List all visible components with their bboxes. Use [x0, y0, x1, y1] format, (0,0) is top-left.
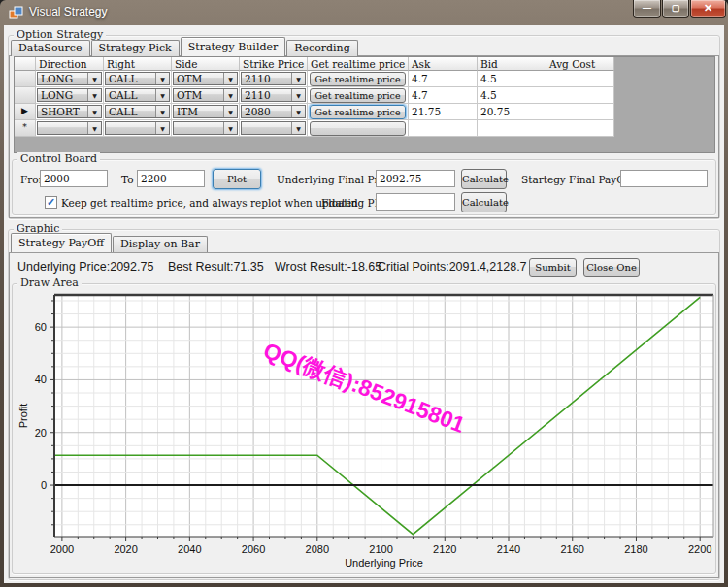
direction-select-row3[interactable]: SHORT▼: [37, 105, 102, 118]
right-select-row2[interactable]: CALL▼: [105, 88, 170, 102]
column-header-get-realtime-price[interactable]: Get realtime price: [308, 57, 409, 71]
direction-select-row1[interactable]: LONG▼: [37, 72, 102, 85]
strike-select-row3[interactable]: 2080▼: [241, 105, 306, 118]
underlying-final-price-input[interactable]: [376, 170, 455, 187]
option-strategy-tabs: DataSourceStrategy PickStrategy BuilderR…: [11, 37, 359, 56]
close-button[interactable]: ✕: [690, 0, 726, 18]
get-realtime-price-button-row3[interactable]: Get realtime price: [310, 105, 406, 119]
chevron-down-icon: ▼: [223, 89, 237, 101]
svg-text:2180: 2180: [624, 543, 647, 555]
best-result: Best Result:71.35: [168, 260, 264, 274]
underlying-price-result: Underlying Price:2092.75: [17, 260, 153, 274]
from-input[interactable]: [40, 170, 108, 187]
svg-text:2120: 2120: [433, 543, 456, 555]
plot-button[interactable]: Plot: [213, 169, 261, 189]
right-cell-row2: CALL▼: [104, 87, 172, 104]
column-header-direction[interactable]: Direction: [36, 57, 104, 71]
strike-cell-row3: 2080▼: [240, 104, 308, 120]
to-input[interactable]: [137, 170, 205, 187]
side-cell-row1: OTM▼: [172, 71, 240, 87]
column-header-right[interactable]: Right: [104, 57, 172, 71]
right-cell-row3: CALL▼: [104, 104, 172, 120]
submit-button[interactable]: Sumbit: [529, 258, 577, 277]
column-header-side[interactable]: Side: [172, 57, 240, 71]
side-cell-row3: ITM▼: [172, 104, 240, 120]
side-value: OTM: [177, 73, 202, 85]
tab-display-on-bar[interactable]: Display on Bar: [113, 236, 208, 252]
calculate-price-button[interactable]: Calculate: [461, 169, 507, 189]
get-realtime-price-cell-row4: [308, 120, 409, 137]
get-realtime-price-cell-row3: Get realtime price: [308, 104, 409, 120]
svg-text:20: 20: [35, 427, 47, 439]
direction-select-row4[interactable]: ▼: [37, 121, 102, 135]
worst-result: Wrost Result:-18.65: [275, 260, 381, 274]
bid-cell-row2: 4.5: [478, 87, 546, 104]
side-cell-row2: OTM▼: [172, 87, 240, 104]
row-header-1[interactable]: [15, 71, 36, 87]
strategy-final-payoff-label: Startegy Final PayOff:: [521, 174, 636, 185]
payoff-chart: 2000202020402060208021002120214021602180…: [14, 289, 716, 571]
side-select-row2[interactable]: OTM▼: [173, 88, 238, 102]
column-header-row-selector[interactable]: [15, 57, 36, 71]
row-header-4[interactable]: *: [15, 120, 36, 137]
svg-text:60: 60: [35, 321, 47, 333]
get-realtime-price-cell-row1: Get realtime price: [308, 71, 409, 87]
close-one-button[interactable]: Close One: [583, 258, 640, 277]
get-realtime-price-button-row1[interactable]: Get realtime price: [310, 72, 406, 86]
get-realtime-price-button-row2[interactable]: Get realtime price: [310, 88, 406, 103]
side-select-row1[interactable]: OTM▼: [173, 72, 238, 85]
svg-text:2080: 2080: [306, 543, 329, 555]
minimize-button[interactable]: —: [633, 0, 661, 18]
tab-recording[interactable]: Recording: [286, 40, 358, 56]
strategy-final-payoff-input[interactable]: [620, 170, 708, 187]
tab-datasource[interactable]: DataSource: [11, 40, 90, 56]
row-header-3[interactable]: ▶: [15, 104, 36, 120]
draw-area-label: Draw Area: [17, 277, 82, 289]
direction-select-row2[interactable]: LONG▼: [37, 88, 102, 102]
chevron-down-icon: ▼: [291, 73, 305, 84]
svg-text:2060: 2060: [242, 543, 265, 555]
column-header-avg-cost[interactable]: Avg Cost: [546, 57, 614, 71]
direction-value: SHORT: [41, 106, 80, 118]
svg-text:2140: 2140: [497, 543, 520, 555]
strike-select-row2[interactable]: 2110▼: [241, 88, 306, 102]
right-cell-row4: ▼: [104, 120, 172, 137]
to-label: To: [121, 174, 134, 185]
side-select-row4[interactable]: ▼: [173, 121, 238, 135]
chevron-down-icon: ▼: [155, 89, 169, 101]
keep-realtime-checkbox[interactable]: ✓: [45, 196, 57, 209]
svg-text:2020: 2020: [114, 543, 137, 555]
strike-cell-row4: ▼: [240, 120, 308, 137]
strike-value: 2080: [245, 106, 271, 118]
side-cell-row4: ▼: [172, 120, 240, 137]
strike-value: 2110: [245, 89, 271, 102]
window-title: Visual Strategy: [29, 5, 108, 18]
control-board-groupbox: Control Board From To Plot Underlying Fi…: [12, 159, 716, 215]
calculate-pl-button[interactable]: Calculate: [461, 192, 507, 212]
right-select-row4[interactable]: ▼: [105, 121, 170, 135]
column-header-bid[interactable]: Bid: [478, 57, 546, 71]
tab-strategy-payoff[interactable]: Strategy PayOff: [11, 233, 112, 252]
avg-cost-cell-row3: [546, 104, 614, 120]
get-realtime-price-button-row4[interactable]: [310, 121, 406, 136]
right-cell-row1: CALL▼: [104, 71, 172, 87]
direction-cell-row3: SHORT▼: [36, 104, 104, 120]
ask-cell-row3: 21.75: [409, 104, 478, 120]
app-icon: [9, 6, 23, 20]
right-select-row1[interactable]: CALL▼: [105, 72, 170, 85]
floating-pl-input[interactable]: [376, 193, 455, 211]
right-value: CALL: [109, 73, 138, 85]
maximize-button[interactable]: ▢: [662, 0, 689, 18]
tab-strategy-pick[interactable]: Strategy Pick: [91, 40, 180, 56]
column-header-strike-price[interactable]: Strike Price: [240, 57, 308, 71]
strike-select-row1[interactable]: 2110▼: [241, 72, 306, 85]
title-bar[interactable]: Visual Strategy — ▢ ✕: [0, 0, 728, 25]
tab-strategy-builder[interactable]: Strategy Builder: [181, 37, 285, 56]
strike-select-row4[interactable]: ▼: [241, 121, 306, 135]
client-area: Option Strategy DataSourceStrategy PickS…: [4, 25, 724, 583]
svg-text:2160: 2160: [560, 543, 583, 555]
row-header-2[interactable]: [15, 87, 36, 104]
right-select-row3[interactable]: CALL▼: [105, 105, 170, 118]
column-header-ask[interactable]: Ask: [409, 57, 478, 71]
side-select-row3[interactable]: ITM▼: [173, 105, 238, 118]
